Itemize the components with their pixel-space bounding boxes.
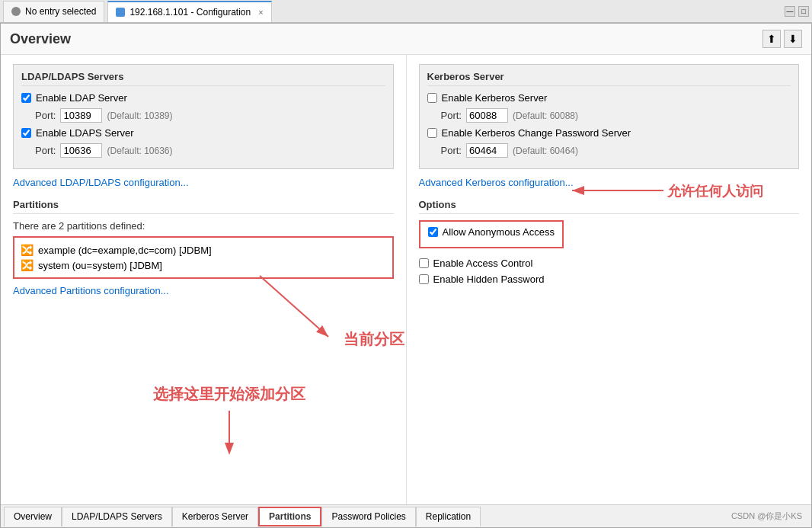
ldap-port-label: Port: xyxy=(35,110,56,121)
allow-anonymous-box: Allow Anonymous Access xyxy=(419,220,564,248)
list-item[interactable]: 🔀 example (dc=example,dc=com) [JDBM] xyxy=(21,242,386,258)
tab-kerberos-server-label: Kerberos Server xyxy=(182,511,248,522)
ldap-section: LDAP/LDAPS Servers Enable LDAP Server Po… xyxy=(13,64,394,169)
down-arrow-svg xyxy=(199,411,260,456)
enable-ldaps-row: Enable LDAPS Server xyxy=(21,127,385,139)
change-pwd-port-input[interactable] xyxy=(466,143,508,158)
partitions-section: Partitions There are 2 partitions define… xyxy=(13,199,394,304)
allow-anonymous-label: Allow Anonymous Access xyxy=(443,226,555,238)
tab-password-policies[interactable]: Password Policies xyxy=(321,507,415,526)
enable-change-pwd-checkbox[interactable] xyxy=(427,128,437,138)
kerberos-port-row: Port: (Default: 60088) xyxy=(441,108,791,123)
change-pwd-port-label: Port: xyxy=(441,145,462,156)
export-button[interactable]: ⬇ xyxy=(784,30,802,48)
export-icon: ⬇ xyxy=(788,33,798,45)
kerberos-section-title: Kerberos Server xyxy=(427,71,791,86)
tab-partitions-label: Partitions xyxy=(269,511,311,522)
partitions-list: 🔀 example (dc=example,dc=com) [JDBM] 🔀 s… xyxy=(13,236,394,279)
tab-no-entry-label: No entry selected xyxy=(25,6,96,17)
minimize-button[interactable]: — xyxy=(785,6,795,17)
tab-ldap-servers[interactable]: LDAP/LDAPS Servers xyxy=(62,507,172,526)
ldaps-port-default: (Default: 10636) xyxy=(107,146,172,156)
enable-access-label: Enable Access Control xyxy=(433,258,533,269)
advanced-ldap-link[interactable]: Advanced LDAP/LDAPS configuration... xyxy=(13,177,189,188)
ldap-port-row: Port: (Default: 10389) xyxy=(35,108,385,123)
right-panel: Kerberos Server Enable Kerberos Server P… xyxy=(407,55,812,504)
enable-kerberos-row: Enable Kerberos Server xyxy=(427,92,791,104)
ldaps-port-label: Port: xyxy=(35,145,56,156)
allow-anonymous-wrapper: Allow Anonymous Access xyxy=(419,220,564,254)
change-pwd-port-row: Port: (Default: 60464) xyxy=(441,143,791,158)
enable-ldaps-label: Enable LDAPS Server xyxy=(36,127,134,139)
import-icon: ⬆ xyxy=(767,33,776,45)
options-section: Options Allow Anonymous Access xyxy=(419,199,800,285)
tab-overview-label: Overview xyxy=(14,511,52,522)
page-title: Overview xyxy=(10,31,71,47)
options-section-title: Options xyxy=(419,199,800,214)
allow-anonymous-checkbox[interactable] xyxy=(428,227,438,237)
tab-partitions[interactable]: Partitions xyxy=(258,507,321,526)
enable-access-checkbox[interactable] xyxy=(419,258,429,268)
no-entry-icon xyxy=(11,7,21,16)
maximize-button[interactable]: □ xyxy=(798,6,809,17)
tab-kerberos-server[interactable]: Kerberos Server xyxy=(172,507,258,526)
enable-access-row: Enable Access Control xyxy=(419,258,800,269)
config-tab-icon xyxy=(116,8,125,17)
partitions-section-title: Partitions xyxy=(13,199,394,214)
partition-label-1: system (ou=system) [JDBM] xyxy=(38,260,162,271)
add-partition-text: 选择这里开始添加分区 xyxy=(153,384,305,405)
enable-hidden-label: Enable Hidden Password xyxy=(433,274,545,285)
ldaps-port-input[interactable] xyxy=(60,143,102,158)
partitions-description: There are 2 partitions defined: xyxy=(13,220,394,232)
tab-configuration[interactable]: 192.168.1.101 - Configuration × xyxy=(107,1,271,22)
add-partition-annotation: 选择这里开始添加分区 xyxy=(153,384,305,459)
kerberos-port-input[interactable] xyxy=(466,108,508,123)
main-content: LDAP/LDAPS Servers Enable LDAP Server Po… xyxy=(1,55,811,504)
close-tab-button[interactable]: × xyxy=(258,8,263,17)
ldaps-port-row: Port: (Default: 10636) xyxy=(35,143,385,158)
enable-hidden-checkbox[interactable] xyxy=(419,274,429,284)
advanced-kerberos-link[interactable]: Advanced Kerberos configuration... xyxy=(419,177,574,188)
enable-kerberos-checkbox[interactable] xyxy=(427,93,437,103)
kerberos-port-label: Port: xyxy=(441,110,462,121)
partition-icon-0: 🔀 xyxy=(21,244,34,256)
ldap-port-default: (Default: 10389) xyxy=(107,110,172,121)
tab-replication[interactable]: Replication xyxy=(416,507,481,526)
tab-password-policies-label: Password Policies xyxy=(331,511,405,522)
header-bar: Overview ⬆ ⬇ xyxy=(1,24,811,55)
bottom-tab-bar: Overview LDAP/LDAPS Servers Kerberos Ser… xyxy=(1,504,811,527)
window-controls: — □ xyxy=(785,6,809,17)
tab-overview[interactable]: Overview xyxy=(4,507,62,526)
partition-icon-1: 🔀 xyxy=(21,259,34,271)
ldap-section-title: LDAP/LDAPS Servers xyxy=(21,71,385,86)
enable-ldap-row: Enable LDAP Server xyxy=(21,92,385,104)
enable-ldaps-checkbox[interactable] xyxy=(21,128,31,138)
list-item[interactable]: 🔀 system (ou=system) [JDBM] xyxy=(21,258,386,273)
enable-kerberos-label: Enable Kerberos Server xyxy=(442,92,548,104)
watermark: CSDN @你是小KS xyxy=(731,510,808,522)
title-bar: No entry selected 192.168.1.101 - Config… xyxy=(0,0,812,23)
enable-ldap-checkbox[interactable] xyxy=(21,93,31,103)
import-button[interactable]: ⬆ xyxy=(762,30,781,48)
tab-ldap-servers-label: LDAP/LDAPS Servers xyxy=(72,511,162,522)
allow-anonymous-row: Allow Anonymous Access xyxy=(428,226,555,238)
tab-configuration-label: 192.168.1.101 - Configuration xyxy=(129,7,251,18)
kerberos-port-default: (Default: 60088) xyxy=(513,110,578,121)
partition-label-0: example (dc=example,dc=com) [JDBM] xyxy=(38,245,212,256)
tab-replication-label: Replication xyxy=(426,511,471,522)
enable-ldap-label: Enable LDAP Server xyxy=(36,92,127,104)
header-actions: ⬆ ⬇ xyxy=(762,30,802,48)
tab-no-entry[interactable]: No entry selected xyxy=(3,1,104,22)
enable-hidden-row: Enable Hidden Password xyxy=(419,274,800,285)
kerberos-section: Kerberos Server Enable Kerberos Server P… xyxy=(419,64,800,169)
advanced-partitions-link[interactable]: Advanced Partitions configuration... xyxy=(13,285,169,296)
change-pwd-port-default: (Default: 60464) xyxy=(513,146,578,156)
enable-change-pwd-row: Enable Kerberos Change Password Server xyxy=(427,127,791,139)
ldap-port-input[interactable] xyxy=(60,108,102,123)
enable-change-pwd-label: Enable Kerberos Change Password Server xyxy=(442,127,631,139)
